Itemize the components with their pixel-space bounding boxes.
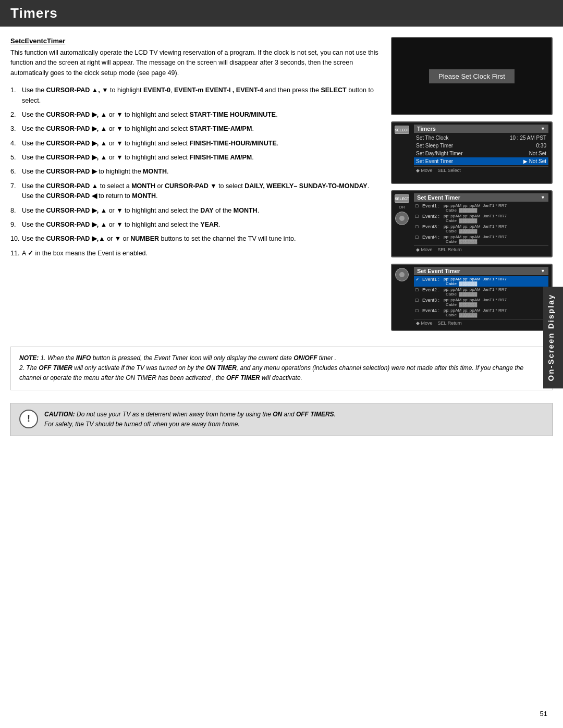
event3-row-1: □ Event1 : pp: ppAM pp: ppAM JanT1 * RR7…: [414, 203, 548, 213]
note-box: NOTE: 1. When the INFO button is pressed…: [10, 347, 553, 390]
step-num: 10.: [10, 234, 19, 244]
screen1-mockup: Please Set Clock First: [391, 37, 553, 115]
menu2-row-3: Set Day/Night Timer Not Set: [414, 150, 548, 157]
step-num: 1.: [10, 85, 16, 95]
circle-button3[interactable]: [395, 212, 409, 225]
list-item: 1. Use the CURSOR-PAD ▲, ▼ to highlight …: [10, 85, 381, 106]
menu3-title-label: Set Event Timer: [417, 194, 460, 201]
remote-buttons-col3: SELECT OR: [392, 191, 412, 227]
menu4-title-label: Set Event Timer: [417, 268, 460, 274]
menu3-footer-text: ◆ Move SEL Return: [416, 247, 462, 252]
screen2-content: Timers ▼ Set The Clock 10 : 25 AM PST Se…: [412, 122, 552, 177]
remote-buttons-col4: [392, 265, 412, 283]
list-item: 2. Use the CURSOR-PAD ▶, ▲ or ▼ to highl…: [10, 110, 381, 120]
page-number: 51: [540, 710, 547, 718]
step-num: 4.: [10, 139, 16, 149]
menu3-title: Set Event Timer ▼: [414, 193, 548, 202]
list-item: 3. Use the CURSOR-PAD ▶, ▲ or ▼ to highl…: [10, 124, 381, 134]
page-header: Timers: [0, 0, 563, 27]
section-title: SetcEventcTimer: [10, 37, 381, 45]
list-item: 4. Use the CURSOR-PAD ▶, ▲ or ▼ to highl…: [10, 139, 381, 149]
note-line-2: 2. The OFF TIMER will only activate if t…: [19, 363, 544, 383]
step-num: 2.: [10, 110, 16, 120]
note-line-1: NOTE: 1. When the INFO button is pressed…: [19, 353, 544, 363]
circle-inner4: [399, 272, 405, 277]
screen4-mockup: Set Event Timer ▼ ✓ Event1 : pp: ppAM pp…: [391, 264, 553, 331]
menu4-title: Set Event Timer ▼: [414, 267, 548, 275]
select-button[interactable]: SELECT: [395, 126, 409, 134]
list-item: 5. Use the CURSOR-PAD ▶, ▲ or ▼ to highl…: [10, 153, 381, 163]
event4-row-4: □ Event4 : pp: ppAM pp: ppAM JanT1 * RR7…: [414, 307, 548, 318]
step-num: 6.: [10, 167, 16, 177]
step-num: 9.: [10, 220, 16, 230]
menu2-footer: ◆ Move SEL Select: [414, 166, 548, 174]
menu3-footer: ◆ Move SEL Return: [414, 245, 548, 253]
left-column: SetcEventcTimer This function will autom…: [10, 37, 391, 331]
menu2-title: Timers ▼: [414, 125, 548, 133]
step-num: 8.: [10, 206, 16, 216]
event3-row-4: □ Event4 : pp: ppAM pp: ppAM JanT1 * RR7…: [414, 234, 548, 244]
event4-row-1-highlighted: ✓ Event1 : pp: ppAM pp: ppAM JanT1 * RR7…: [414, 276, 548, 287]
menu2-row-2: Set Sleep Timer 0:30: [414, 142, 548, 150]
menu2-title-label: Timers: [417, 126, 436, 132]
list-item: 9. Use the CURSOR-PAD ▶, ▲ or ▼ to highl…: [10, 220, 381, 230]
step-num: 7.: [10, 181, 16, 191]
list-item: 10. Use the CURSOR-PAD ▶,▲ or ▼ or NUMBE…: [10, 234, 381, 244]
dropdown-arrow3: ▼: [541, 195, 545, 200]
intro-text: This function will automatically operate…: [10, 48, 381, 78]
note-section: NOTE: 1. When the INFO button is pressed…: [0, 341, 563, 403]
main-content: SetcEventcTimer This function will autom…: [0, 27, 563, 341]
event3-row-2: □ Event2 : pp: ppAM pp: ppAM JanT1 * RR7…: [414, 213, 548, 224]
page-title: Timers: [10, 5, 553, 21]
list-item: 6. Use the CURSOR-PAD ▶ to highlight the…: [10, 167, 381, 177]
caution-text: CAUTION: Do not use your TV as a deterre…: [44, 410, 336, 429]
list-item: 11. A ✓ in the box means the Event is en…: [10, 249, 381, 258]
select-button3[interactable]: SELECT: [395, 194, 409, 203]
screen2-mockup: SELECT Timers ▼ Set The Clock 10 : 25 AM…: [391, 121, 553, 184]
screen3-mockup: SELECT OR Set Event Timer ▼ □ Event1 : p…: [391, 190, 553, 257]
warning-icon: !: [19, 410, 38, 428]
step-num: 3.: [10, 124, 16, 134]
menu2-row-4-highlighted: Set Event Timer ▶ Not Set: [414, 157, 548, 165]
menu4-footer-text: ◆ Move SEL Return: [416, 320, 462, 326]
osd-tab: On-Screen Display: [543, 287, 563, 388]
screen3-content: Set Event Timer ▼ □ Event1 : pp: ppAM pp…: [412, 191, 552, 256]
screen4-content: Set Event Timer ▼ ✓ Event1 : pp: ppAM pp…: [412, 265, 552, 330]
circle-inner: [399, 216, 405, 221]
step-num: 11.: [10, 249, 19, 258]
event4-row-3: □ Event3 : pp: ppAM pp: ppAM JanT1 * RR7…: [414, 297, 548, 307]
osd-tab-label: On-Screen Display: [546, 294, 555, 381]
list-item: 8. Use the CURSOR-PAD ▶, ▲ or ▼ to highl…: [10, 206, 381, 216]
dropdown-arrow: ▼: [541, 126, 545, 131]
circle-button4[interactable]: [395, 268, 409, 281]
menu4-footer: ◆ Move SEL Return: [414, 319, 548, 327]
menu2-footer-text: ◆ Move SEL Select: [416, 168, 461, 173]
steps-list: 1. Use the CURSOR-PAD ▲, ▼ to highlight …: [10, 85, 381, 258]
clock-message: Please Set Clock First: [429, 69, 515, 83]
event3-row-3: □ Event3 : pp: ppAM pp: ppAM JanT1 * RR7…: [414, 224, 548, 234]
caution-box: ! CAUTION: Do not use your TV as a deter…: [10, 403, 553, 436]
menu2-row-1: Set The Clock 10 : 25 AM PST: [414, 134, 548, 142]
dropdown-arrow4: ▼: [541, 268, 545, 274]
remote-buttons-col: SELECT: [392, 122, 412, 136]
list-item: 7. Use the CURSOR-PAD ▲ to select a MONT…: [10, 181, 381, 202]
step-num: 5.: [10, 153, 16, 163]
or-label: OR: [399, 205, 405, 209]
event4-row-2: □ Event2 : pp: ppAM pp: ppAM JanT1 * RR7…: [414, 287, 548, 297]
right-column: Please Set Clock First SELECT Timers ▼ S…: [391, 37, 553, 331]
